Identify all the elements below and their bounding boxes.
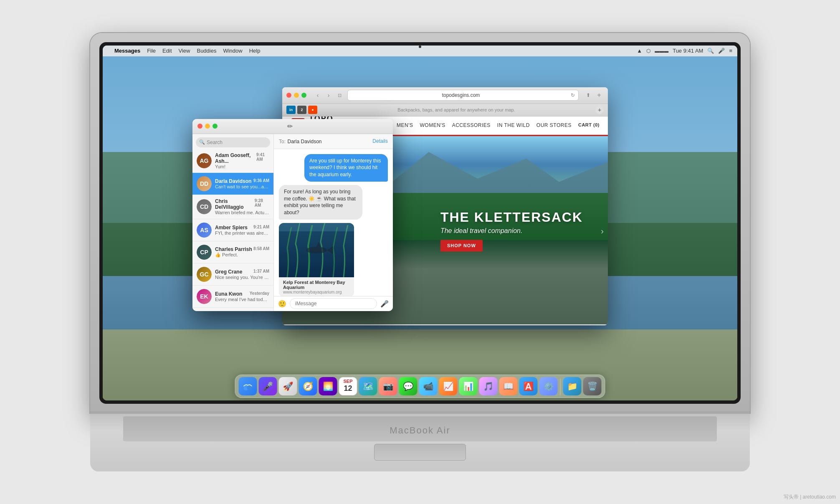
conversation-info-darla: Darla Davidson 9:36 AM Can't wait to see… bbox=[215, 178, 269, 189]
conversation-item-chris[interactable]: CD Chris DelVillaggio 9:28 AM Warren bri… bbox=[192, 195, 273, 219]
camera-dot bbox=[419, 46, 421, 48]
topo-cart[interactable]: CART (0) bbox=[578, 122, 600, 128]
avatar-img-greg: GC bbox=[197, 267, 212, 282]
menu-toggle-icon[interactable]: ≡ bbox=[729, 48, 732, 54]
conversation-name-adam: Adam Gooseff, Ash... 9:41 AM bbox=[215, 152, 269, 164]
conversation-item-adam[interactable]: AG Adam Gooseff, Ash... 9:41 AM Yum! bbox=[192, 149, 273, 173]
conversation-item-ryan[interactable]: RC Ryan Carbonetti Yesterday The kids' s… bbox=[192, 308, 273, 311]
conversation-item-darla[interactable]: DD Darla Davidson 9:36 AM Can't wait to … bbox=[192, 173, 273, 195]
safari-bookmark-2[interactable]: 2 bbox=[297, 106, 306, 114]
siri-menubar-icon[interactable]: 🎤 bbox=[718, 48, 725, 54]
topo-nav-womens[interactable]: WOMEN'S bbox=[420, 122, 445, 128]
dock-finder-icon[interactable] bbox=[239, 377, 257, 395]
safari-add-bookmark-btn[interactable]: + bbox=[595, 106, 604, 114]
macbook-base: MacBook Air bbox=[90, 413, 750, 471]
safari-tabs-btn[interactable]: ⊡ bbox=[335, 91, 344, 100]
menubar-window[interactable]: Window bbox=[223, 48, 242, 54]
safari-add-tab-btn[interactable]: + bbox=[595, 91, 604, 100]
topo-shop-btn[interactable]: SHOP NOW bbox=[440, 240, 483, 251]
dock-safari-icon[interactable]: 🧭 bbox=[299, 377, 317, 395]
dock-stocks-icon[interactable]: 📈 bbox=[439, 377, 458, 395]
dock-photos-icon[interactable]: 🌅 bbox=[319, 377, 337, 395]
msg-image-placeholder bbox=[279, 223, 354, 277]
avatar-img-euna: EK bbox=[197, 289, 212, 304]
menubar-file[interactable]: File bbox=[147, 48, 156, 54]
emoji-input-icon[interactable]: 🙂 bbox=[278, 300, 286, 308]
screen: Messages File Edit View Buddies Window H… bbox=[103, 46, 737, 400]
battery-icon: ▬▬▬ bbox=[655, 48, 668, 53]
avatar-img-chris: CD bbox=[197, 199, 212, 214]
topo-next-btn[interactable]: › bbox=[601, 226, 604, 236]
conversation-item-amber[interactable]: AS Amber Spiers 9:21 AM FYI, the printer… bbox=[192, 219, 273, 241]
dock-calendar-icon[interactable]: SEP12 bbox=[339, 377, 357, 395]
messages-window: ✏ 🔍 Search AG bbox=[192, 119, 393, 311]
messages-minimize-btn[interactable] bbox=[205, 124, 210, 129]
dock-books-icon[interactable]: 📖 bbox=[499, 377, 518, 395]
messages-compose-btn[interactable]: ✏ bbox=[287, 122, 293, 130]
menubar-edit[interactable]: Edit bbox=[162, 48, 172, 54]
dock-launchpad-icon[interactable]: 🚀 bbox=[279, 377, 297, 395]
menubar-view[interactable]: View bbox=[179, 48, 190, 54]
conversation-item-euna[interactable]: EK Euna Kwon Yesterday Every meal I've h… bbox=[192, 286, 273, 308]
messages-search-bar[interactable]: 🔍 Search bbox=[196, 137, 270, 147]
topo-nav-accessories[interactable]: ACCESSORIES bbox=[452, 122, 491, 128]
topo-nav-wild[interactable]: IN THE WILD bbox=[497, 122, 530, 128]
conversation-item-charles[interactable]: CP Charles Parrish 8:58 AM 👍 Perfect. bbox=[192, 241, 273, 263]
safari-maximize-btn[interactable] bbox=[301, 93, 306, 98]
macbook-lid: Messages File Edit View Buddies Window H… bbox=[90, 33, 750, 413]
messages-maximize-btn[interactable] bbox=[213, 124, 218, 129]
safari-back-btn[interactable]: ‹ bbox=[313, 91, 322, 100]
dock-itunes-icon[interactable]: 🎵 bbox=[479, 377, 498, 395]
avatar-img-adam: AG bbox=[197, 153, 212, 168]
safari-share-btn[interactable]: ⬆ bbox=[584, 91, 593, 100]
search-menubar-icon[interactable]: 🔍 bbox=[707, 48, 714, 54]
avatar-adam: AG bbox=[197, 153, 212, 168]
safari-close-btn[interactable] bbox=[286, 93, 291, 98]
avatar-euna: EK bbox=[197, 289, 212, 304]
chat-msg-received-1: For sure! As long as you bring me coffee… bbox=[279, 185, 388, 220]
avatar-chris: CD bbox=[197, 199, 212, 214]
imessage-input[interactable] bbox=[290, 298, 377, 309]
dock-appstore-icon[interactable]: 🅰️ bbox=[519, 377, 538, 395]
macbook: Messages File Edit View Buddies Window H… bbox=[90, 33, 750, 471]
conversation-info-amber: Amber Spiers 9:21 AM FYI, the printer wa… bbox=[215, 225, 269, 236]
menubar-app-name[interactable]: Messages bbox=[114, 48, 140, 54]
dock-trash-icon[interactable]: 🗑️ bbox=[583, 377, 602, 395]
msg-image-caption: Kelp Forest at Monterey Bay Aquarium www… bbox=[279, 277, 354, 296]
safari-window-controls bbox=[286, 93, 306, 98]
dock-separator bbox=[560, 379, 561, 395]
audio-input-icon[interactable]: 🎤 bbox=[380, 300, 389, 308]
safari-forward-btn[interactable]: › bbox=[324, 91, 333, 100]
chat-to-row: To: Darla Davidson bbox=[279, 137, 322, 145]
topo-hero-subtitle: The ideal travel companion. bbox=[440, 227, 583, 235]
conversation-item-greg[interactable]: GC Greg Crane 1:37 AM Nice seeing you. Y… bbox=[192, 263, 273, 286]
safari-url-bar[interactable]: topodesgins.com ↻ bbox=[347, 90, 579, 101]
messages-close-btn[interactable] bbox=[197, 124, 202, 129]
safari-refresh-icon[interactable]: ↻ bbox=[571, 92, 575, 98]
dock-photos-lib-icon[interactable]: 📷 bbox=[379, 377, 397, 395]
dock-numbers-icon[interactable]: 📊 bbox=[459, 377, 478, 395]
watermark: 写头帝 | aretoutiao.com bbox=[784, 494, 836, 501]
dock-finder2-icon[interactable]: 📁 bbox=[563, 377, 582, 395]
chat-details-btn[interactable]: Details bbox=[372, 138, 388, 144]
safari-bookmark-reddit[interactable]: ● bbox=[308, 106, 317, 114]
dock-messages-icon[interactable]: 💬 bbox=[399, 377, 417, 395]
dock-siri-icon[interactable]: 🎤 bbox=[259, 377, 277, 395]
wifi-icon: ▲ bbox=[637, 48, 642, 54]
dock-maps-icon[interactable]: 🗺️ bbox=[359, 377, 377, 395]
menubar-buddies[interactable]: Buddies bbox=[197, 48, 216, 54]
messages-chat-area: To: Darla Davidson Details Are you still… bbox=[274, 134, 393, 311]
msg-bubble-sent-1: Are you still up for Monterey this weeke… bbox=[304, 154, 388, 182]
menubar-help[interactable]: Help bbox=[249, 48, 261, 54]
topo-nav-mens[interactable]: MEN'S bbox=[397, 122, 413, 128]
conversation-name-amber: Amber Spiers 9:21 AM bbox=[215, 225, 269, 230]
topo-nav-stores[interactable]: OUR STORES bbox=[536, 122, 572, 128]
safari-bookmark-linkedin[interactable]: in bbox=[286, 106, 296, 114]
dock-system-prefs-icon[interactable]: ⚙️ bbox=[539, 377, 558, 395]
dock-facetime-icon[interactable]: 📹 bbox=[419, 377, 438, 395]
macbook-trackpad[interactable] bbox=[374, 444, 466, 461]
safari-minimize-btn[interactable] bbox=[294, 93, 299, 98]
topo-nav-items: MEN'S WOMEN'S ACCESSORIES IN THE WILD OU… bbox=[397, 122, 600, 128]
safari-url-text: topodesgins.com bbox=[351, 92, 571, 98]
messages-window-controls bbox=[197, 124, 218, 129]
